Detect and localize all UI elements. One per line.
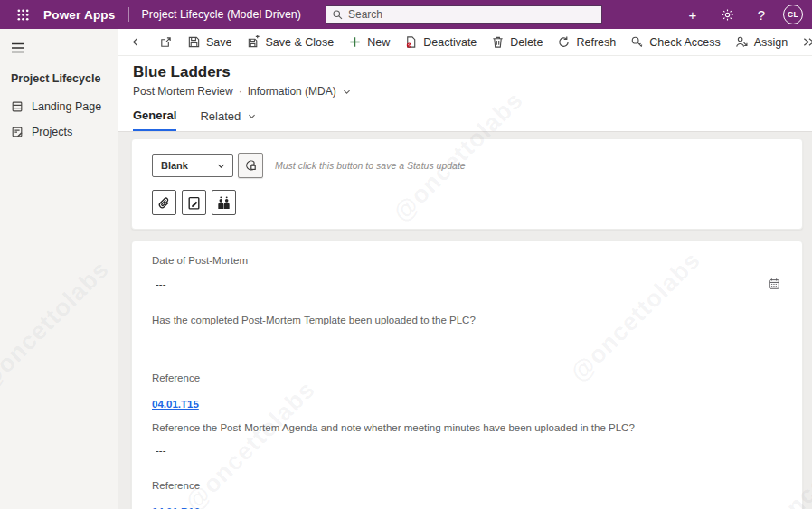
save-and-close-button[interactable]: Save & Close [240,30,342,55]
new-button[interactable]: New [341,30,397,55]
flow-icon [802,35,812,49]
check-access-button[interactable]: Check Access [623,30,728,55]
top-app-bar: Power Apps Project Lifecycle (Model Driv… [0,0,812,29]
popout-button[interactable] [152,30,180,55]
tab-label: General [133,108,176,122]
field-label: Reference the Post-Mortem Agenda and not… [152,422,780,433]
back-arrow-icon [131,35,145,49]
power-apps-window: Power Apps Project Lifecycle (Model Driv… [0,0,812,509]
topbar-divider [128,7,129,22]
hamburger-menu-icon[interactable] [0,34,31,61]
sidebar-item-projects[interactable]: Projects [0,119,118,145]
sidebar-item-label: Projects [32,126,72,138]
field-value[interactable]: --- [152,337,780,348]
refresh-button[interactable]: Refresh [550,30,623,55]
trash-icon [491,35,505,49]
field-label: Reference [152,372,780,383]
command-label: Delete [510,36,543,49]
chevron-down-icon [216,161,226,171]
key-magnifier-icon [630,35,644,49]
site-map-sidebar: Project Lifecycle Landing Page [0,29,118,509]
save-status-button[interactable] [238,153,263,178]
open-in-new-window-icon [159,35,173,49]
field-value[interactable]: --- [152,445,780,456]
flow-button[interactable]: Flow [795,30,812,55]
app-title[interactable]: Project Lifecycle (Model Driven) [142,8,301,21]
field-reference-2: Reference 04.01.R16 [152,480,780,509]
command-label: Check Access [649,36,721,49]
command-label: New [367,36,390,49]
command-label: Save & Close [266,36,335,49]
brand-title[interactable]: Power Apps [43,8,116,22]
gear-icon[interactable] [714,0,740,29]
chevron-down-icon [342,87,352,97]
post-mortem-fields-card: Date of Post-Mortem --- [131,240,803,509]
assign-button[interactable]: Assign [728,30,796,55]
status-dropdown-value: Blank [161,160,188,171]
rows-icon [11,100,24,113]
global-search[interactable] [326,5,602,24]
plus-icon [348,35,362,49]
attachment-button[interactable] [152,190,176,215]
form-body: Blank [118,132,812,509]
field-agenda-minutes: Reference the Post-Mortem Agenda and not… [152,422,780,456]
tab-label: Related [200,109,241,123]
deactivate-button[interactable]: Deactivate [397,30,484,55]
waffle-menu-icon[interactable] [9,0,36,29]
status-dropdown[interactable]: Blank [152,154,233,177]
field-reference-1: Reference 04.01.T15 [152,372,780,422]
form-pencil-icon [11,126,24,138]
calendar-icon[interactable] [768,278,780,290]
back-button[interactable] [124,30,152,55]
tab-related[interactable]: Related [200,108,257,131]
command-label: Deactivate [423,36,477,49]
sidebar-item-landing-page[interactable]: Landing Page [0,94,118,119]
field-template-uploaded: Has the completed Post-Mortem Template b… [152,315,780,348]
deactivate-icon [404,35,418,49]
reference-link[interactable]: 04.01.T15 [152,399,199,410]
assign-person-icon [735,35,749,49]
refresh-icon [557,35,571,49]
field-value[interactable]: --- [152,278,166,289]
save-icon [187,35,201,49]
field-label: Date of Post-Mortem [152,255,780,266]
notes-edit-button[interactable] [182,190,206,215]
search-icon [332,8,344,24]
status-update-card: Blank [131,138,803,230]
separator-dot: · [239,85,242,98]
command-label: Assign [754,36,788,49]
search-input[interactable] [326,5,602,24]
tab-general[interactable]: General [133,108,176,131]
sidebar-area-title: Project Lifecycle [0,61,118,94]
command-bar: Save Save & Close [118,29,812,56]
form-tabs: General Related [133,108,812,131]
field-label: Reference [152,480,780,491]
status-hint-text: Must click this button to save a Status … [275,160,466,171]
chevron-down-icon [247,111,257,121]
command-label: Save [206,36,232,49]
save-button[interactable]: Save [180,30,240,55]
command-label: Refresh [576,36,616,49]
field-date-of-post-mortem: Date of Post-Mortem --- [152,255,780,290]
add-icon[interactable]: + [680,0,705,29]
form-selector[interactable]: Information (MDA) [248,85,352,98]
record-title: Blue Ladders [133,63,812,81]
record-header: Blue Ladders Post Mortem Review · Inform… [118,56,812,132]
sidebar-item-label: Landing Page [32,100,101,113]
help-icon[interactable]: ? [749,0,774,29]
save-close-icon [247,35,260,49]
field-label: Has the completed Post-Mortem Template b… [152,315,780,325]
attendees-button[interactable] [212,190,236,215]
avatar[interactable]: CL [783,5,803,24]
entity-name: Post Mortem Review [133,85,233,98]
delete-button[interactable]: Delete [484,30,550,55]
form-name: Information (MDA) [248,85,336,98]
